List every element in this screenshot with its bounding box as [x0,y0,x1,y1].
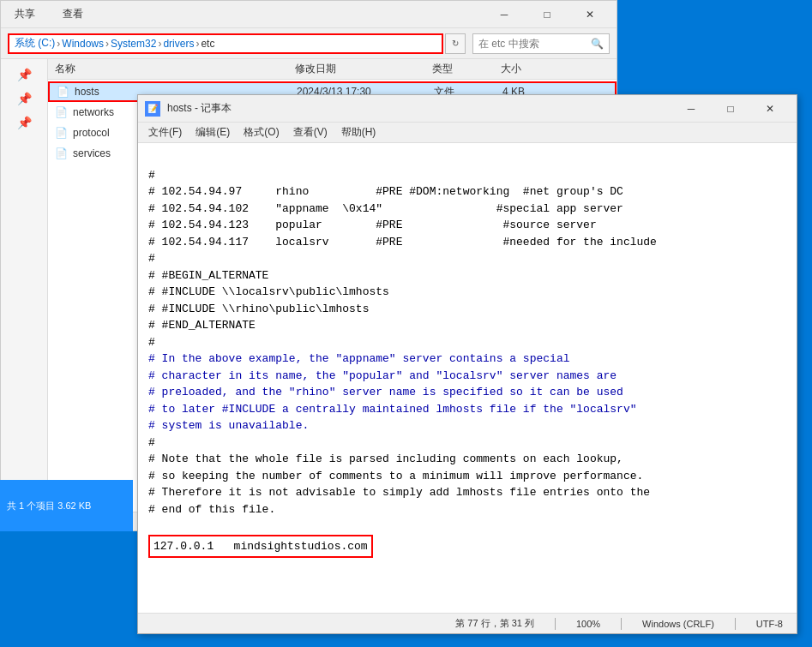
notepad-statusbar: 第 77 行，第 31 列 100% Windows (CRLF) UTF-8 [138,613,797,633]
pin-button-2[interactable]: 📌 [1,87,47,111]
menu-view[interactable]: 查看(V) [286,123,334,142]
col-type[interactable]: 类型 [432,62,501,76]
hosts-label: hosts [75,86,99,98]
editor-line-13: # character in its name, the "popular" a… [148,369,617,382]
editor-line-19: # so keeping the number of comments to a… [148,470,643,482]
search-icon: 🔍 [591,38,604,50]
explorer-window-controls: ─ □ ✕ [484,4,610,25]
editor-last-line[interactable]: 127.0.0.1 mindsightstudios.com [148,535,373,559]
explorer-titlebar: 共享 查看 ─ □ ✕ [1,1,617,28]
explorer-tab-bar: 共享 查看 [8,3,90,25]
menu-edit[interactable]: 编辑(E) [189,123,237,142]
tab-view[interactable]: 查看 [56,3,90,25]
col-modified[interactable]: 修改日期 [295,62,432,76]
editor-line-1: # [148,169,155,182]
editor-line-4: # 102.54.94.123 popular #PRE #source ser… [148,219,597,231]
refresh-button[interactable]: ↻ [445,33,466,54]
editor-line-10: # #END_ALTERNATE [148,319,256,332]
notepad-minimize-button[interactable]: ─ [671,99,711,119]
taskbar-label: 共 1 个项目 3.62 KB [7,500,91,512]
col-name[interactable]: 名称 [55,62,295,76]
pin-button-3[interactable]: 📌 [1,111,47,135]
notepad-encoding: UTF-8 [749,619,790,629]
path-sep-1: › [57,38,60,50]
menu-format[interactable]: 格式(O) [237,123,286,142]
notepad-line-ending: Windows (CRLF) [635,619,721,629]
status-divider-2 [621,618,622,630]
notepad-close-button[interactable]: ✕ [750,99,790,119]
status-divider-3 [735,618,736,630]
file-icon-networks: 📄 [55,106,68,118]
path-windows[interactable]: Windows [62,38,104,50]
search-box[interactable]: 🔍 [472,33,610,54]
path-sep-2: › [105,38,109,50]
minimize-button[interactable]: ─ [484,4,524,25]
editor-line-21: # end of this file. [148,503,275,516]
editor-line-8: # #INCLUDE \\localsrv\public\lmhosts [148,285,389,298]
file-icon-protocol: 📄 [55,127,68,139]
tab-share[interactable]: 共享 [8,3,42,25]
editor-line-15: # to later #INCLUDE a centrally maintain… [148,403,637,416]
editor-line-6: # [148,252,155,265]
editor-line-18: # Note that the whole file is parsed inc… [148,452,623,465]
file-list-header: 名称 修改日期 类型 大小 [48,59,617,80]
address-path[interactable]: 系统 (C:) › Windows › System32 › drivers ›… [8,33,443,54]
editor-line-9: # #INCLUDE \\rhino\public\lmhosts [148,303,369,315]
notepad-row-col: 第 77 行，第 31 列 [448,617,541,630]
notepad-title-left: 📝 hosts - 记事本 [145,101,232,117]
path-root[interactable]: 系统 (C:) [15,36,55,51]
editor-line-17: # [148,436,155,449]
status-divider-1 [555,618,556,630]
protocol-label: protocol [73,127,110,139]
services-label: services [73,147,111,159]
editor-line-2: # 102.54.94.97 rhino #PRE #DOM:networkin… [148,185,623,198]
notepad-menubar: 文件(F) 编辑(E) 格式(O) 查看(V) 帮助(H) [138,123,797,143]
menu-file[interactable]: 文件(F) [141,123,189,142]
path-drivers[interactable]: drivers [163,38,194,50]
path-current: etc [201,38,214,50]
editor-line-20: # Therefore it is not advisable to simpl… [148,486,650,499]
notepad-app-icon: 📝 [145,101,160,117]
col-size[interactable]: 大小 [501,62,569,76]
notepad-titlebar: 📝 hosts - 记事本 ─ □ ✕ [138,95,797,123]
notepad-editor[interactable]: # # 102.54.94.97 rhino #PRE #DOM:network… [138,143,797,613]
path-sep-3: › [158,38,161,50]
address-bar: 系统 (C:) › Windows › System32 › drivers ›… [8,33,466,54]
notepad-window-controls: ─ □ ✕ [671,99,790,119]
path-system32[interactable]: System32 [111,38,156,50]
search-input[interactable] [478,38,587,50]
nav-panel: 📌 📌 📌 [1,59,48,512]
editor-line-7: # #BEGIN_ALTERNATE [148,269,268,282]
pin-button-1[interactable]: 📌 [1,63,47,87]
editor-line-3: # 102.54.94.102 "appname \0x14" #special… [148,202,623,215]
editor-line-5: # 102.54.94.117 localsrv #PRE #needed fo… [148,236,657,249]
notepad-title-text: hosts - 记事本 [167,101,232,116]
menu-help[interactable]: 帮助(H) [334,123,383,142]
file-icon-hosts: 📄 [57,86,69,98]
path-sep-4: › [195,38,199,50]
editor-line-16: # system is unavailable. [148,419,309,432]
explorer-toolbar: 系统 (C:) › Windows › System32 › drivers ›… [1,28,617,59]
notepad-maximize-button[interactable]: □ [711,99,750,119]
taskbar-area: 共 1 个项目 3.62 KB [0,480,133,531]
notepad-zoom: 100% [569,619,607,629]
close-button[interactable]: ✕ [570,4,610,25]
file-icon-services: 📄 [55,147,68,159]
editor-line-14: # preloaded, and the "rhino" server name… [148,386,623,398]
notepad-window: 📝 hosts - 记事本 ─ □ ✕ 文件(F) 编辑(E) 格式(O) 查看… [137,94,797,634]
maximize-button[interactable]: □ [527,4,567,25]
editor-line-11: # [148,336,155,349]
networks-label: networks [73,106,114,118]
editor-line-12: # In the above example, the "appname" se… [148,352,569,365]
